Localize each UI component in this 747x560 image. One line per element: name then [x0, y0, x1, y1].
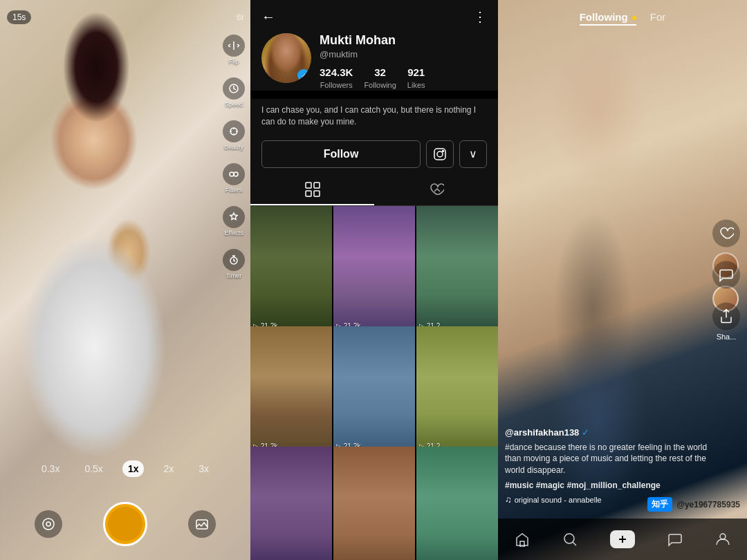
nav-profile[interactable] — [715, 532, 730, 547]
speed-tool[interactable]: Speed — [223, 77, 245, 108]
flip-tool[interactable]: Flip — [223, 35, 245, 65]
speed-3x[interactable]: 3x — [193, 460, 214, 477]
followers-label: Followers — [320, 81, 353, 89]
profile-nav: ← ⋮ — [261, 8, 487, 25]
filters-tool[interactable]: Filters — [223, 163, 245, 194]
video-thumb-1[interactable]: ▷ 21.2k — [250, 206, 332, 333]
tab-liked[interactable] — [374, 175, 498, 205]
svg-point-3 — [234, 172, 238, 176]
nav-search[interactable] — [562, 532, 578, 547]
svg-rect-14 — [520, 541, 524, 547]
nav-home[interactable] — [515, 532, 530, 547]
effects-label: Effects — [224, 230, 243, 236]
speed-0.5x[interactable]: 0.5x — [79, 460, 108, 477]
profile-bio: I can chase you, and I can catch you, bu… — [250, 99, 498, 133]
profile-tabs — [250, 175, 498, 206]
watermark-account: @ye1967785935 — [676, 500, 740, 510]
video-info: @arshifakhan138 ✓ #dance because there i… — [505, 427, 712, 505]
likes-count: 921 — [407, 66, 425, 78]
like-action[interactable] — [712, 220, 740, 248]
gallery-icon[interactable] — [188, 510, 216, 538]
more-options-button[interactable]: ⋮ — [473, 8, 487, 25]
profile-display-name: Mukti Mohan — [320, 33, 487, 48]
effects-bottom-icon[interactable] — [35, 510, 62, 538]
video-thumb-4[interactable]: ▷ 21.2k — [250, 326, 332, 454]
effects-icon — [223, 206, 245, 228]
svg-rect-12 — [306, 191, 311, 196]
svg-rect-11 — [314, 183, 320, 188]
video-thumb-8[interactable]: ▷ 21.2k — [333, 447, 415, 560]
center-profile-panel: ← ⋮ ✓ Mukti Mohan @muktim 324.3K Followe… — [250, 0, 498, 560]
svg-rect-10 — [306, 183, 311, 188]
zhihu-logo: 知乎 — [647, 497, 672, 512]
svg-point-8 — [437, 151, 443, 157]
share-action[interactable]: Sha... — [712, 303, 740, 341]
svg-point-15 — [564, 534, 574, 543]
speed-1x-active[interactable]: 1x — [122, 460, 145, 477]
creator-verified-icon: ✓ — [582, 427, 589, 438]
bottom-navigation — [498, 519, 747, 560]
nav-create[interactable] — [610, 530, 635, 548]
shutter-button[interactable] — [103, 502, 147, 546]
action-row: Follow ∨ — [250, 133, 498, 175]
svg-point-16 — [720, 534, 726, 539]
effects-tool[interactable]: Effects — [223, 206, 245, 236]
speed-label: Speed — [225, 101, 243, 108]
speed-icon — [223, 77, 245, 100]
camera-tools: Flip Speed Beauty — [223, 35, 245, 279]
flip-label: Flip — [229, 58, 239, 65]
following-dot — [632, 16, 636, 20]
profile-avatar: ✓ — [261, 33, 311, 83]
svg-rect-13 — [314, 191, 320, 196]
speed-0.3x[interactable]: 0.3x — [36, 460, 65, 477]
video-thumb-2[interactable]: ▷ 21.2k — [333, 206, 415, 333]
instagram-button[interactable] — [426, 140, 454, 168]
speed-selector: 0.3x 0.5x 1x 2x 3x — [0, 460, 250, 477]
svg-point-2 — [230, 172, 234, 176]
nav-inbox[interactable] — [667, 532, 683, 547]
followers-count: 324.3K — [320, 66, 353, 78]
back-button[interactable]: ← — [261, 9, 275, 25]
watermark: 知乎 @ye1967785935 — [647, 497, 740, 512]
following-tab[interactable]: Following — [580, 11, 636, 26]
following-label: Following — [364, 81, 396, 89]
profile-name-section: Mukti Mohan @muktim 324.3K Followers 32 … — [320, 33, 487, 91]
creator-handle: @arshifakhan138 — [505, 427, 579, 438]
profile-info: ✓ Mukti Mohan @muktim 324.3K Followers 3… — [261, 33, 487, 91]
video-thumb-6[interactable]: ▷ 21.2 — [416, 326, 498, 454]
following-stat: 32 Following — [364, 66, 396, 91]
svg-point-9 — [443, 150, 444, 151]
tab-videos[interactable] — [250, 175, 374, 205]
following-count: 32 — [364, 66, 396, 78]
for-you-tab[interactable]: For — [650, 11, 666, 26]
left-camera-panel: 15s St Flip Speed — [0, 0, 250, 560]
video-thumb-9[interactable]: ▷ 21.2 — [416, 447, 498, 560]
video-thumb-7[interactable]: ▷ 21.2k — [250, 447, 332, 560]
share-label: Sha... — [717, 333, 737, 341]
expand-button[interactable]: ∨ — [459, 140, 487, 168]
video-hashtags: #music #magic #moj_million_challenge — [505, 480, 712, 490]
video-thumb-3[interactable]: ▷ 21.2 — [416, 206, 498, 333]
music-note-icon: ♫ — [505, 494, 512, 505]
stats-row: 324.3K Followers 32 Following 921 Likes — [320, 66, 487, 91]
side-actions: Sha... — [712, 220, 740, 341]
video-thumb-5[interactable]: ▷ 21.2k — [333, 326, 415, 454]
comment-action[interactable] — [712, 261, 740, 289]
follow-button[interactable]: Follow — [261, 140, 421, 168]
followers-stat: 324.3K Followers — [320, 66, 353, 91]
timer-tool[interactable]: Timer — [223, 249, 245, 279]
timer-label: Timer — [226, 272, 242, 279]
profile-header: ← ⋮ ✓ Mukti Mohan @muktim 324.3K Followe… — [250, 0, 498, 91]
shutter-inner — [108, 507, 142, 541]
video-caption: #dance because there is no greater feeli… — [505, 442, 712, 476]
heart-icon — [712, 220, 740, 248]
beauty-icon — [223, 120, 245, 142]
timer-icon — [223, 249, 245, 271]
comment-icon — [712, 261, 740, 289]
beauty-label: Beauty — [224, 144, 243, 151]
speed-2x[interactable]: 2x — [158, 460, 179, 477]
likes-label: Likes — [407, 81, 425, 89]
beauty-tool[interactable]: Beauty — [223, 120, 245, 151]
filters-icon — [223, 163, 245, 185]
sound-name: original sound - annabelle — [515, 496, 602, 504]
